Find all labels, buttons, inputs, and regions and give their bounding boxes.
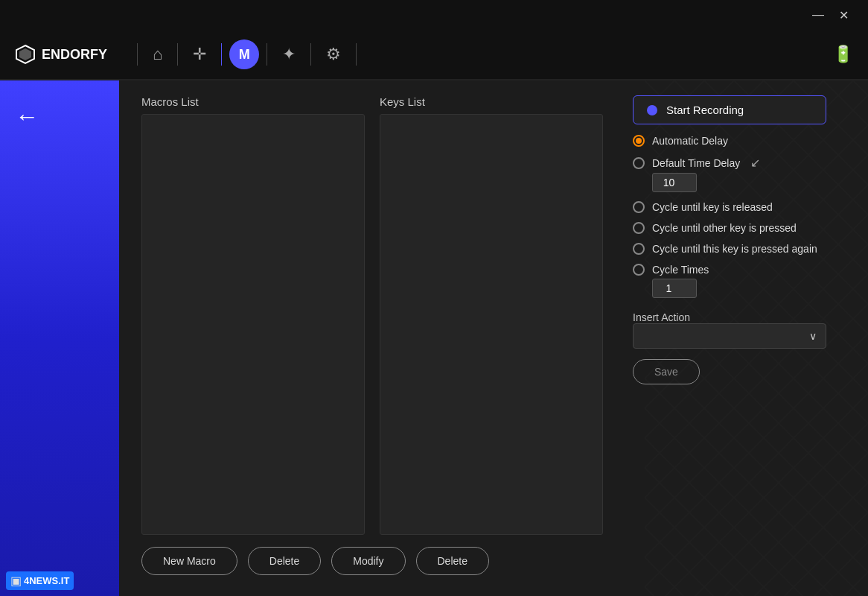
sidebar: ←	[0, 80, 119, 596]
radio-circle-automatic	[633, 135, 645, 147]
cycle-again-label: Cycle until this key is pressed again	[652, 243, 817, 255]
cycle-times-input[interactable]	[652, 279, 697, 298]
watermark-text: 4NEWS.IT	[24, 575, 69, 586]
macros-list-box	[141, 114, 365, 535]
delete-key-button[interactable]: Delete	[416, 547, 489, 575]
default-time-delay-label: Default Time Delay	[652, 157, 740, 169]
logo-text: ENDORFY	[42, 47, 107, 63]
start-recording-label: Start Recording	[666, 104, 744, 116]
nav-separator-5	[310, 43, 311, 66]
nav-home-button[interactable]: ⌂	[145, 40, 170, 69]
insert-action-label: Insert Action	[633, 311, 826, 323]
new-macro-button[interactable]: New Macro	[141, 547, 237, 575]
insert-action-dropdown[interactable]: ∨	[633, 323, 826, 349]
default-time-delay-container: Default Time Delay ↙	[633, 156, 826, 192]
content-area: Macros List Keys List Start Recording	[119, 80, 868, 596]
nav-brightness-button[interactable]: ✦	[275, 40, 303, 69]
radio-default-time-delay[interactable]: Default Time Delay ↙	[633, 156, 826, 170]
radio-cycle-other[interactable]: Cycle until other key is pressed	[633, 222, 826, 234]
back-button[interactable]: ←	[15, 103, 39, 130]
radio-circle-cycle-again	[633, 243, 645, 255]
nav-separator-2	[177, 43, 178, 66]
battery-icon: 🔋	[833, 45, 853, 64]
navbar: ENDORFY ⌂ ✛ M ✦ ⚙ 🔋	[0, 30, 868, 80]
automatic-delay-label: Automatic Delay	[652, 135, 728, 147]
watermark: ▣ 4NEWS.IT	[6, 571, 74, 590]
radio-circle-cycle-times	[633, 264, 645, 276]
macros-list-label: Macros List	[141, 95, 365, 108]
keys-list-box	[380, 114, 603, 535]
bottom-bar: New Macro Delete Modify Delete	[141, 535, 846, 581]
radio-circle-cycle-released	[633, 201, 645, 213]
radio-cycle-released[interactable]: Cycle until key is released	[633, 201, 826, 213]
nav-separator-1	[137, 43, 138, 66]
main-layout: ← Macros List Keys List Start Recording	[0, 80, 868, 596]
logo: ENDORFY	[15, 44, 107, 65]
start-recording-button[interactable]: Start Recording	[633, 95, 826, 124]
titlebar: — ✕	[0, 0, 868, 30]
nav-separator-3	[221, 43, 222, 66]
record-dot	[647, 105, 657, 115]
watermark-icon: ▣	[10, 574, 22, 588]
right-panel: Start Recording Automatic Delay Default …	[618, 95, 826, 535]
nav-settings-button[interactable]: ⚙	[319, 40, 348, 69]
keys-list-label: Keys List	[380, 95, 603, 108]
arrow-indicator-icon: ↙	[750, 156, 760, 170]
nav-separator-6	[356, 43, 357, 66]
delete-macro-button[interactable]: Delete	[248, 547, 321, 575]
save-button[interactable]: Save	[633, 359, 700, 384]
cycle-times-label: Cycle Times	[652, 264, 709, 276]
radio-circle-cycle-other	[633, 222, 645, 234]
radio-circle-default	[633, 157, 645, 169]
default-time-delay-input[interactable]	[652, 173, 697, 192]
keys-section: Keys List	[380, 95, 603, 535]
watermark-box: ▣ 4NEWS.IT	[6, 571, 74, 590]
radio-cycle-again[interactable]: Cycle until this key is pressed again	[633, 243, 826, 255]
modify-button[interactable]: Modify	[331, 547, 405, 575]
nav-macro-button[interactable]: M	[229, 39, 259, 69]
radio-group: Automatic Delay Default Time Delay ↙	[633, 135, 826, 298]
cycle-released-label: Cycle until key is released	[652, 201, 773, 213]
nav-separator-4	[267, 43, 267, 66]
dropdown-arrow-icon: ∨	[809, 330, 817, 342]
macros-section: Macros List	[141, 95, 365, 535]
radio-automatic-delay[interactable]: Automatic Delay	[633, 135, 826, 147]
logo-icon	[15, 44, 36, 65]
minimize-button[interactable]: —	[805, 5, 832, 25]
lists-row: Macros List Keys List Start Recording	[141, 95, 846, 535]
cycle-times-container: Cycle Times	[633, 264, 826, 298]
insert-action-section: Insert Action ∨	[633, 308, 826, 349]
close-button[interactable]: ✕	[832, 5, 856, 25]
back-icon: ←	[15, 103, 39, 130]
cycle-other-label: Cycle until other key is pressed	[652, 222, 797, 234]
nav-crosshair-button[interactable]: ✛	[185, 40, 214, 69]
radio-cycle-times[interactable]: Cycle Times	[633, 264, 826, 276]
